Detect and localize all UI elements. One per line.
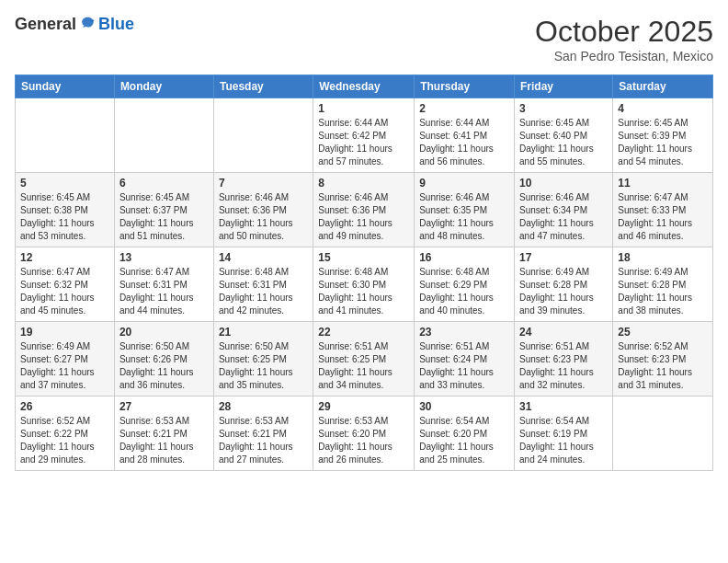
calendar-cell: 11Sunrise: 6:47 AM Sunset: 6:33 PM Dayli…: [613, 173, 713, 247]
day-info: Sunrise: 6:47 AM Sunset: 6:32 PM Dayligh…: [20, 266, 109, 317]
calendar-cell: 8Sunrise: 6:46 AM Sunset: 6:36 PM Daylig…: [313, 173, 415, 247]
calendar-cell: 7Sunrise: 6:46 AM Sunset: 6:36 PM Daylig…: [213, 173, 313, 247]
day-header-thursday: Thursday: [415, 75, 515, 98]
calendar-cell: 21Sunrise: 6:50 AM Sunset: 6:25 PM Dayli…: [213, 322, 313, 396]
day-number: 20: [119, 326, 209, 339]
calendar-cell: 3Sunrise: 6:45 AM Sunset: 6:40 PM Daylig…: [515, 98, 613, 173]
day-number: 29: [318, 400, 409, 413]
day-number: 8: [318, 177, 409, 190]
logo-bird-icon: [78, 16, 97, 34]
day-number: 18: [618, 251, 708, 264]
day-info: Sunrise: 6:50 AM Sunset: 6:25 PM Dayligh…: [219, 340, 308, 392]
day-number: 31: [519, 400, 608, 413]
calendar-cell: 29Sunrise: 6:53 AM Sunset: 6:20 PM Dayli…: [313, 396, 415, 471]
calendar-week-row: 26Sunrise: 6:52 AM Sunset: 6:22 PM Dayli…: [16, 396, 713, 471]
day-header-sunday: Sunday: [16, 75, 115, 98]
day-info: Sunrise: 6:52 AM Sunset: 6:22 PM Dayligh…: [20, 415, 109, 466]
day-info: Sunrise: 6:49 AM Sunset: 6:28 PM Dayligh…: [618, 266, 708, 317]
day-header-wednesday: Wednesday: [313, 75, 415, 98]
calendar-cell: 19Sunrise: 6:49 AM Sunset: 6:27 PM Dayli…: [16, 322, 115, 396]
logo-general-text: General: [15, 15, 76, 34]
calendar-cell: 15Sunrise: 6:48 AM Sunset: 6:30 PM Dayli…: [313, 247, 415, 322]
day-info: Sunrise: 6:52 AM Sunset: 6:23 PM Dayligh…: [618, 340, 708, 392]
day-header-monday: Monday: [114, 75, 213, 98]
day-header-friday: Friday: [515, 75, 613, 98]
day-number: 4: [618, 102, 708, 115]
calendar-cell: [114, 98, 213, 173]
day-number: 16: [419, 251, 509, 264]
calendar-cell: 16Sunrise: 6:48 AM Sunset: 6:29 PM Dayli…: [415, 247, 515, 322]
title-area: October 2025 San Pedro Tesistan, Mexico: [535, 15, 713, 63]
calendar-cell: 24Sunrise: 6:51 AM Sunset: 6:23 PM Dayli…: [515, 322, 613, 396]
day-info: Sunrise: 6:48 AM Sunset: 6:30 PM Dayligh…: [318, 266, 409, 317]
day-info: Sunrise: 6:45 AM Sunset: 6:38 PM Dayligh…: [20, 191, 109, 243]
calendar-week-row: 5Sunrise: 6:45 AM Sunset: 6:38 PM Daylig…: [16, 173, 713, 247]
day-info: Sunrise: 6:53 AM Sunset: 6:21 PM Dayligh…: [219, 415, 308, 466]
calendar-cell: [213, 98, 313, 173]
calendar-table: SundayMondayTuesdayWednesdayThursdayFrid…: [15, 75, 713, 471]
day-info: Sunrise: 6:48 AM Sunset: 6:29 PM Dayligh…: [419, 266, 509, 317]
calendar-cell: 13Sunrise: 6:47 AM Sunset: 6:31 PM Dayli…: [114, 247, 213, 322]
day-number: 28: [219, 400, 308, 413]
day-info: Sunrise: 6:54 AM Sunset: 6:20 PM Dayligh…: [419, 415, 509, 466]
calendar-cell: 5Sunrise: 6:45 AM Sunset: 6:38 PM Daylig…: [16, 173, 115, 247]
calendar-cell: 1Sunrise: 6:44 AM Sunset: 6:42 PM Daylig…: [313, 98, 415, 173]
day-number: 9: [419, 177, 509, 190]
calendar-cell: 30Sunrise: 6:54 AM Sunset: 6:20 PM Dayli…: [415, 396, 515, 471]
day-info: Sunrise: 6:53 AM Sunset: 6:20 PM Dayligh…: [318, 415, 409, 466]
calendar-header-row: SundayMondayTuesdayWednesdayThursdayFrid…: [16, 75, 713, 98]
day-header-tuesday: Tuesday: [213, 75, 313, 98]
day-info: Sunrise: 6:51 AM Sunset: 6:25 PM Dayligh…: [318, 340, 409, 392]
day-number: 26: [20, 400, 109, 413]
day-info: Sunrise: 6:53 AM Sunset: 6:21 PM Dayligh…: [119, 415, 209, 466]
day-number: 1: [318, 102, 409, 115]
day-info: Sunrise: 6:45 AM Sunset: 6:40 PM Dayligh…: [519, 117, 608, 168]
day-number: 24: [519, 326, 608, 339]
day-number: 15: [318, 251, 409, 264]
calendar-cell: 10Sunrise: 6:46 AM Sunset: 6:34 PM Dayli…: [515, 173, 613, 247]
day-number: 10: [519, 177, 608, 190]
day-number: 19: [20, 326, 109, 339]
day-info: Sunrise: 6:47 AM Sunset: 6:33 PM Dayligh…: [618, 191, 708, 243]
day-info: Sunrise: 6:45 AM Sunset: 6:39 PM Dayligh…: [618, 117, 708, 168]
day-info: Sunrise: 6:48 AM Sunset: 6:31 PM Dayligh…: [219, 266, 308, 317]
day-number: 2: [419, 102, 509, 115]
day-number: 25: [618, 326, 708, 339]
location-subtitle: San Pedro Tesistan, Mexico: [535, 49, 713, 63]
day-info: Sunrise: 6:51 AM Sunset: 6:24 PM Dayligh…: [419, 340, 509, 392]
calendar-week-row: 19Sunrise: 6:49 AM Sunset: 6:27 PM Dayli…: [16, 322, 713, 396]
day-number: 21: [219, 326, 308, 339]
calendar-cell: [16, 98, 115, 173]
calendar-cell: 9Sunrise: 6:46 AM Sunset: 6:35 PM Daylig…: [415, 173, 515, 247]
day-number: 5: [20, 177, 109, 190]
calendar-cell: 12Sunrise: 6:47 AM Sunset: 6:32 PM Dayli…: [16, 247, 115, 322]
page-header: General Blue October 2025 San Pedro Tesi…: [15, 15, 713, 63]
calendar-week-row: 12Sunrise: 6:47 AM Sunset: 6:32 PM Dayli…: [16, 247, 713, 322]
day-info: Sunrise: 6:46 AM Sunset: 6:34 PM Dayligh…: [519, 191, 608, 243]
day-info: Sunrise: 6:49 AM Sunset: 6:28 PM Dayligh…: [519, 266, 608, 317]
day-info: Sunrise: 6:49 AM Sunset: 6:27 PM Dayligh…: [20, 340, 109, 392]
calendar-cell: 23Sunrise: 6:51 AM Sunset: 6:24 PM Dayli…: [415, 322, 515, 396]
day-number: 22: [318, 326, 409, 339]
day-number: 11: [618, 177, 708, 190]
calendar-cell: [613, 396, 713, 471]
day-number: 23: [419, 326, 509, 339]
calendar-week-row: 1Sunrise: 6:44 AM Sunset: 6:42 PM Daylig…: [16, 98, 713, 173]
calendar-cell: 26Sunrise: 6:52 AM Sunset: 6:22 PM Dayli…: [16, 396, 115, 471]
calendar-cell: 31Sunrise: 6:54 AM Sunset: 6:19 PM Dayli…: [515, 396, 613, 471]
day-info: Sunrise: 6:51 AM Sunset: 6:23 PM Dayligh…: [519, 340, 608, 392]
day-number: 27: [119, 400, 209, 413]
day-number: 13: [119, 251, 209, 264]
day-number: 14: [219, 251, 308, 264]
day-number: 30: [419, 400, 509, 413]
day-info: Sunrise: 6:47 AM Sunset: 6:31 PM Dayligh…: [119, 266, 209, 317]
calendar-cell: 2Sunrise: 6:44 AM Sunset: 6:41 PM Daylig…: [415, 98, 515, 173]
day-info: Sunrise: 6:46 AM Sunset: 6:35 PM Dayligh…: [419, 191, 509, 243]
day-number: 6: [119, 177, 209, 190]
logo: General Blue: [15, 15, 134, 34]
calendar-cell: 6Sunrise: 6:45 AM Sunset: 6:37 PM Daylig…: [114, 173, 213, 247]
logo-blue-text: Blue: [98, 15, 134, 34]
calendar-cell: 4Sunrise: 6:45 AM Sunset: 6:39 PM Daylig…: [613, 98, 713, 173]
calendar-cell: 28Sunrise: 6:53 AM Sunset: 6:21 PM Dayli…: [213, 396, 313, 471]
day-number: 3: [519, 102, 608, 115]
